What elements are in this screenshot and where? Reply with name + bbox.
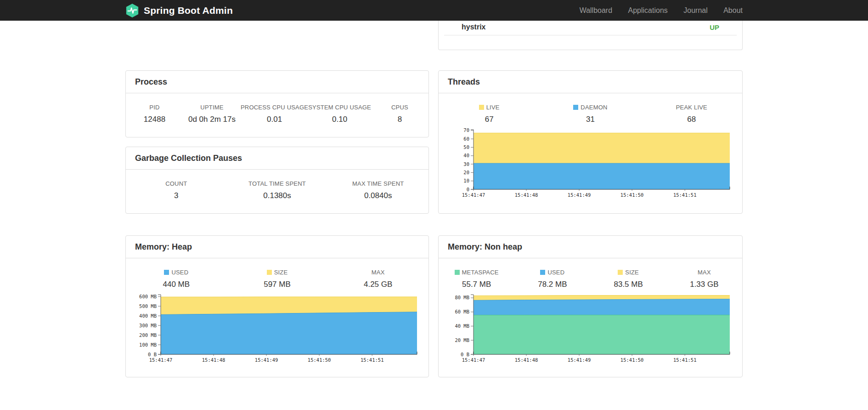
svg-text:80 MB: 80 MB — [455, 295, 469, 300]
legend-item-metaspace: METASPACE 55.7 MB — [439, 269, 514, 289]
used-swatch-icon — [164, 270, 169, 275]
legend-item-max: MAX 4.25 GB — [327, 269, 428, 289]
nav-links: Wallboard Applications Journal About — [566, 6, 743, 15]
threads-panel: Threads LIVE 67 DAEMON 31 PEAK LIVE 68 — [438, 70, 743, 214]
legend-value: 4.25 GB — [327, 280, 428, 289]
svg-text:70: 70 — [463, 127, 469, 133]
metric-label: MAX TIME SPENT — [327, 180, 428, 187]
heap-panel-heading: Memory: Heap — [126, 236, 428, 258]
svg-text:15:41:50: 15:41:50 — [308, 357, 331, 363]
metric-label: TOTAL TIME SPENT — [227, 180, 328, 187]
heap-panel-title: Memory: Heap — [135, 242, 419, 252]
svg-text:50: 50 — [463, 144, 469, 150]
svg-text:300 MB: 300 MB — [139, 323, 157, 328]
svg-text:15:41:49: 15:41:49 — [568, 192, 591, 198]
process-panel-title: Process — [135, 77, 419, 87]
legend-item-used: USED 440 MB — [126, 269, 227, 289]
process-panel: Process PID 12488 UPTIME 0d 0h 2m 17s PR… — [125, 70, 429, 137]
heap-chart: 0 B100 MB200 MB300 MB400 MB500 MB600 MB1… — [127, 292, 424, 365]
nav-item-applications[interactable]: Applications — [628, 6, 668, 14]
svg-text:60: 60 — [463, 136, 469, 142]
metric-value: 3 — [126, 191, 227, 200]
metric-uptime: UPTIME 0d 0h 2m 17s — [183, 104, 241, 124]
memory-nonheap-panel: Memory: Non heap METASPACE 55.7 MB USED … — [438, 235, 743, 377]
legend-label: PEAK LIVE — [641, 104, 742, 111]
legend-value: 78.2 MB — [514, 280, 590, 289]
legend-item-peak-live: PEAK LIVE 68 — [641, 104, 742, 124]
svg-text:15:41:48: 15:41:48 — [515, 192, 538, 198]
process-panel-heading: Process — [126, 71, 428, 93]
metric-value: 0.01 — [241, 115, 308, 124]
legend-label: METASPACE — [439, 269, 514, 276]
threads-chart: 01020304050607015:41:4715:41:4815:41:491… — [440, 127, 737, 200]
legend-label: MAX — [327, 269, 428, 276]
navbar: Spring Boot Admin Wallboard Applications… — [0, 0, 868, 21]
svg-text:15:41:47: 15:41:47 — [462, 357, 485, 363]
daemon-swatch-icon — [573, 105, 578, 110]
nav-item-journal[interactable]: Journal — [683, 6, 707, 14]
svg-text:15:41:49: 15:41:49 — [568, 357, 591, 363]
legend-value: 83.5 MB — [591, 280, 666, 289]
legend-label: LIVE — [439, 104, 540, 111]
legend-value: 597 MB — [227, 280, 328, 289]
metric-label: PID — [126, 104, 183, 111]
svg-text:15:41:51: 15:41:51 — [361, 357, 384, 363]
nav-item-wallboard[interactable]: Wallboard — [580, 6, 612, 14]
live-swatch-icon — [479, 105, 484, 110]
svg-text:0 B: 0 B — [461, 352, 469, 357]
legend-item-live: LIVE 67 — [439, 104, 540, 124]
size-swatch-icon — [618, 270, 623, 275]
threads-panel-heading: Threads — [439, 71, 742, 93]
memory-heap-panel: Memory: Heap USED 440 MB SIZE 597 MB MAX… — [125, 235, 429, 377]
nav-item-about[interactable]: About — [723, 6, 743, 14]
svg-text:60 MB: 60 MB — [455, 309, 469, 314]
metric-value: 0.10 — [308, 115, 371, 124]
gc-panel: Garbage Collection Pauses COUNT 3 TOTAL … — [125, 147, 429, 214]
legend-value: 440 MB — [126, 280, 227, 289]
metric-cpus: CPUS 8 — [371, 104, 428, 124]
nonheap-chart: 0 B20 MB40 MB60 MB80 MB15:41:4715:41:481… — [440, 292, 737, 365]
health-panel: hystrix UP — [438, 21, 743, 50]
metric-label: UPTIME — [183, 104, 241, 111]
svg-text:200 MB: 200 MB — [139, 332, 157, 338]
spring-boot-admin-logo-icon — [125, 3, 139, 18]
heap-legend: USED 440 MB SIZE 597 MB MAX 4.25 GB — [126, 258, 428, 289]
svg-text:20: 20 — [463, 170, 469, 175]
metric-process-cpu-usage: PROCESS CPU USAGE 0.01 — [241, 104, 308, 124]
svg-text:0: 0 — [467, 187, 469, 192]
nonheap-panel-heading: Memory: Non heap — [439, 236, 742, 258]
health-item-name: hystrix — [462, 23, 485, 31]
metric-gc-count: COUNT 3 — [126, 180, 227, 200]
legend-value: 1.33 GB — [666, 280, 742, 289]
brand-title: Spring Boot Admin — [144, 5, 233, 16]
legend-value: 31 — [540, 115, 641, 124]
metric-label: CPUS — [371, 104, 428, 111]
legend-label: USED — [514, 269, 590, 276]
legend-item-daemon: DAEMON 31 — [540, 104, 641, 124]
metric-label: COUNT — [126, 180, 227, 187]
used-swatch-icon — [540, 270, 545, 275]
svg-text:30: 30 — [463, 161, 469, 167]
metric-gc-total-time: TOTAL TIME SPENT 0.1380s — [227, 180, 328, 200]
health-status-badge: UP — [710, 23, 719, 31]
svg-text:15:41:47: 15:41:47 — [462, 192, 485, 198]
legend-label: MAX — [666, 269, 742, 276]
gc-metrics: COUNT 3 TOTAL TIME SPENT 0.1380s MAX TIM… — [126, 170, 428, 200]
brand-link[interactable]: Spring Boot Admin — [125, 3, 233, 18]
legend-label: SIZE — [227, 269, 328, 276]
legend-label: SIZE — [591, 269, 666, 276]
metric-value: 12488 — [126, 115, 183, 124]
metric-gc-max-time: MAX TIME SPENT 0.0840s — [327, 180, 428, 200]
svg-text:15:41:50: 15:41:50 — [620, 192, 644, 198]
svg-text:15:41:51: 15:41:51 — [673, 357, 697, 363]
metric-value: 8 — [371, 115, 428, 124]
gc-panel-title: Garbage Collection Pauses — [135, 154, 419, 163]
metric-label: PROCESS CPU USAGE — [241, 104, 308, 111]
metric-label: SYSTEM CPU USAGE — [308, 104, 371, 111]
gc-panel-heading: Garbage Collection Pauses — [126, 147, 428, 170]
legend-item-used: USED 78.2 MB — [514, 269, 590, 289]
legend-label: DAEMON — [540, 104, 641, 111]
svg-text:15:41:51: 15:41:51 — [673, 192, 697, 198]
legend-value: 55.7 MB — [439, 280, 514, 289]
threads-panel-title: Threads — [448, 77, 733, 87]
